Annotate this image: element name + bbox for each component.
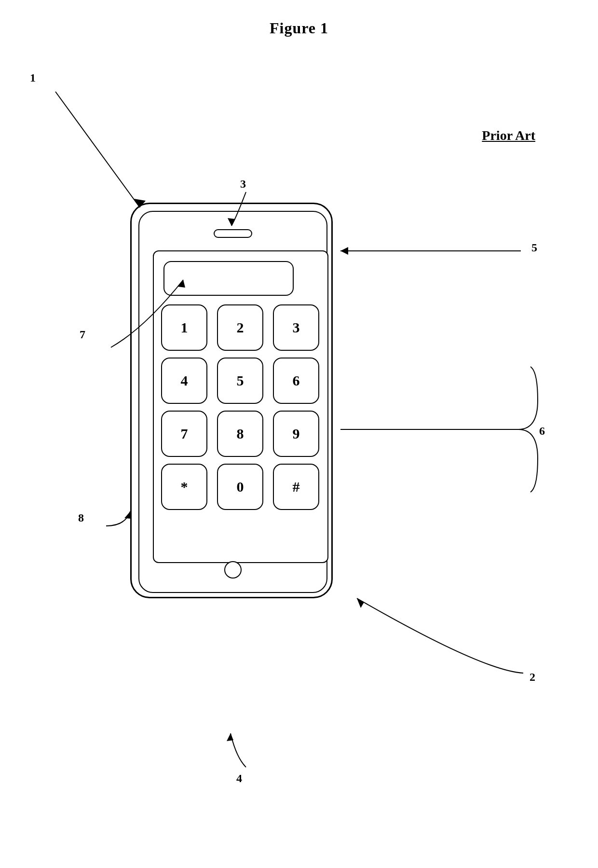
key-5[interactable]: 5 xyxy=(217,358,263,404)
phone-device: 1 2 3 4 5 6 7 8 9 * 0 # xyxy=(130,203,333,598)
display-box xyxy=(163,261,294,296)
phone-inner-border: 1 2 3 4 5 6 7 8 9 * 0 # xyxy=(138,211,327,593)
home-button[interactable] xyxy=(224,561,242,579)
key-3[interactable]: 3 xyxy=(273,304,319,351)
key-4[interactable]: 4 xyxy=(161,358,207,404)
keypad-grid: 1 2 3 4 5 6 7 8 9 * 0 # xyxy=(161,304,322,510)
ref-label-6: 6 xyxy=(539,425,545,438)
ref-label-7: 7 xyxy=(80,328,85,341)
screen-area: 1 2 3 4 5 6 7 8 9 * 0 # xyxy=(153,250,328,563)
ref-label-5: 5 xyxy=(531,241,537,254)
key-9[interactable]: 9 xyxy=(273,411,319,457)
ref-label-4: 4 xyxy=(236,772,242,785)
svg-marker-3 xyxy=(340,247,348,255)
speaker-earpiece xyxy=(214,229,252,238)
key-0[interactable]: 0 xyxy=(217,464,263,510)
ref-label-1: 1 xyxy=(30,71,36,84)
key-1[interactable]: 1 xyxy=(161,304,207,351)
ref-label-3: 3 xyxy=(240,178,246,191)
key-7[interactable]: 7 xyxy=(161,411,207,457)
key-6[interactable]: 6 xyxy=(273,358,319,404)
svg-marker-7 xyxy=(357,598,364,608)
phone-body: 1 2 3 4 5 6 7 8 9 * 0 # xyxy=(130,203,333,598)
key-2[interactable]: 2 xyxy=(217,304,263,351)
svg-marker-8 xyxy=(227,733,233,741)
ref-label-8: 8 xyxy=(78,511,84,524)
figure-title: Figure 1 xyxy=(0,0,598,37)
key-8[interactable]: 8 xyxy=(217,411,263,457)
prior-art-label: Prior Art xyxy=(482,128,535,143)
key-star[interactable]: * xyxy=(161,464,207,510)
key-hash[interactable]: # xyxy=(273,464,319,510)
svg-line-0 xyxy=(55,92,140,207)
ref-label-2: 2 xyxy=(530,671,535,684)
